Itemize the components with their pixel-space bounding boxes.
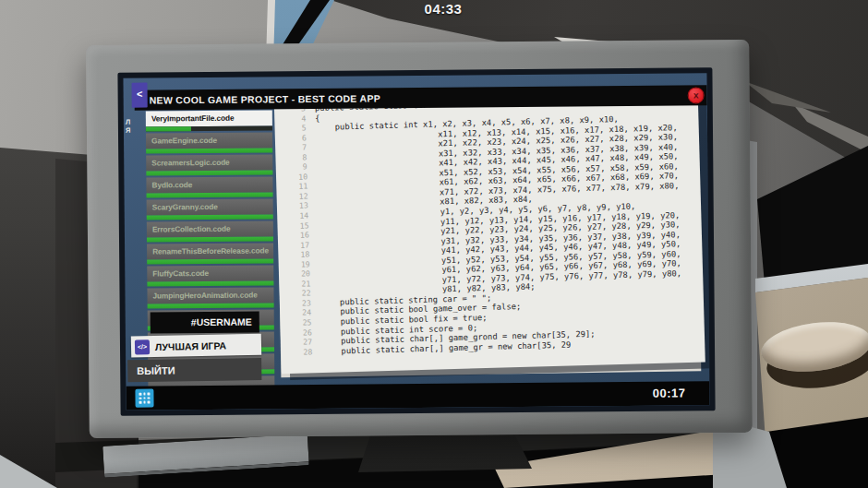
taskbar: 00:17 [126,381,709,411]
monitor: Л Я 3 public static class Car 4 { [86,40,753,438]
game-scene: 04:33 Л Я 3 public static class Car [0,0,868,488]
session-timer: 04:33 [379,1,508,17]
apps-grid-icon[interactable] [135,389,153,408]
exit-button[interactable]: ВЫЙТИ [127,358,261,382]
game-menu: #USERNAME </> ЛУЧШАЯ ИГРА ВЫЙТИ [123,73,709,411]
username-badge: #USERNAME [151,312,259,334]
code-icon: </> [135,339,150,354]
best-game-button[interactable]: </> ЛУЧШАЯ ИГРА [131,334,261,358]
screen-frame: Л Я 3 public static class Car 4 { [117,67,715,416]
taskbar-clock: 00:17 [653,381,686,405]
screen-desktop: Л Я 3 public static class Car 4 { [123,73,709,411]
best-game-label: ЛУЧШАЯ ИГРА [155,339,226,352]
